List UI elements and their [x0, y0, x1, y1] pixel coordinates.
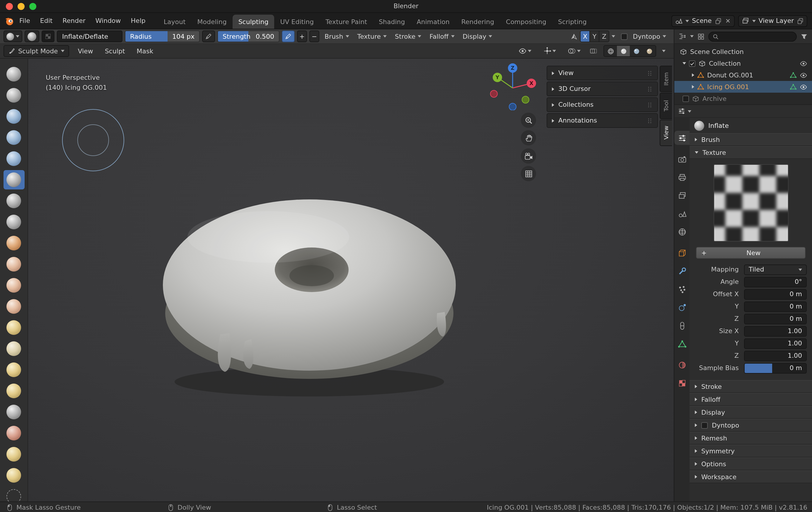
brush-fill-button[interactable] — [3, 276, 24, 295]
blender-logo[interactable] — [5, 16, 14, 26]
stroke-popover[interactable]: Stroke — [392, 32, 424, 40]
offset-y-field[interactable]: 0 m — [744, 301, 807, 312]
tab-tool[interactable] — [674, 131, 690, 145]
brush-scrape-button[interactable] — [3, 297, 24, 316]
brush-elastic-deform-button[interactable] — [3, 360, 24, 379]
shading-wireframe-button[interactable] — [604, 46, 617, 56]
eye-icon[interactable] — [800, 83, 807, 90]
brush-inflate-button[interactable] — [3, 170, 24, 189]
ortho-grid-button[interactable] — [521, 166, 536, 181]
radius-pressure-toggle[interactable] — [202, 30, 215, 42]
tab-physics[interactable] — [674, 300, 690, 314]
brush-pinch-button[interactable] — [3, 318, 24, 337]
outliner-search-input[interactable] — [721, 32, 793, 40]
menu-file[interactable]: File — [14, 15, 35, 27]
outliner-search[interactable] — [708, 31, 797, 42]
panel-header-falloff[interactable]: Falloff — [690, 393, 812, 406]
menu-mask[interactable]: Mask — [134, 46, 156, 57]
drag-grip-icon[interactable] — [647, 117, 652, 124]
copy-icon[interactable] — [715, 17, 722, 24]
tab-render[interactable] — [674, 152, 690, 166]
offset-x-field[interactable]: 0 m — [744, 289, 807, 299]
panel-header-brush[interactable]: Brush — [690, 133, 812, 146]
brush-draw-sharp-button[interactable] — [3, 86, 24, 105]
properties-editor-icon[interactable] — [678, 107, 686, 115]
chevron-down-icon[interactable] — [612, 35, 615, 37]
falloff-popover[interactable]: Falloff — [427, 32, 457, 40]
tab-particles[interactable] — [674, 282, 690, 296]
menu-edit[interactable]: Edit — [35, 15, 57, 27]
tab-scripting[interactable]: Scripting — [552, 15, 592, 29]
drag-grip-icon[interactable] — [647, 101, 652, 108]
npanel-tab-view[interactable]: View — [660, 119, 672, 146]
collapse-arrow-icon[interactable] — [683, 62, 686, 64]
overlays-popover[interactable] — [565, 47, 583, 55]
subtract-button[interactable]: − — [309, 30, 319, 42]
outliner-editor-icon[interactable] — [678, 32, 687, 41]
drag-grip-icon[interactable] — [647, 70, 652, 77]
tab-rendering[interactable]: Rendering — [456, 15, 500, 29]
drag-grip-icon[interactable] — [647, 85, 652, 92]
dyntopo-popover[interactable]: Dyntopo — [630, 32, 669, 40]
tab-modeling[interactable]: Modeling — [192, 15, 233, 29]
texture-preview[interactable] — [713, 164, 788, 242]
maximize-window-button[interactable] — [29, 3, 36, 10]
tab-compositing[interactable]: Compositing — [500, 15, 552, 29]
tab-world[interactable] — [674, 225, 690, 239]
navigation-gizmo[interactable]: Z Y X — [488, 61, 537, 110]
panel-header-display[interactable]: Display — [690, 406, 812, 419]
display-popover[interactable]: Display — [460, 32, 495, 40]
brush-rotate-button[interactable] — [3, 466, 24, 485]
menu-sculpt[interactable]: Sculpt — [102, 46, 128, 57]
brush-clay-button[interactable] — [3, 107, 24, 126]
tab-modifiers[interactable] — [674, 264, 690, 278]
expand-arrow-icon[interactable] — [692, 85, 694, 88]
viewport-3d[interactable]: User Perspective (140) Icing OG.001 Z Y … — [0, 59, 674, 502]
collection-checkbox[interactable] — [689, 60, 695, 66]
npanel-section-annotations[interactable]: Annotations — [547, 113, 658, 128]
tab-object[interactable] — [674, 246, 690, 260]
tab-layout[interactable]: Layout — [158, 15, 192, 29]
outliner-row-icing[interactable]: Icing OG.001 — [674, 81, 812, 93]
minimize-window-button[interactable] — [18, 3, 25, 10]
size-x-field[interactable]: 1.00 — [744, 326, 807, 336]
gizmo-y-neg-axis[interactable] — [522, 96, 529, 103]
chevron-down-icon[interactable] — [688, 110, 691, 112]
gizmo-z-neg-axis[interactable] — [509, 103, 516, 110]
gizmo-x-neg-axis[interactable] — [490, 90, 497, 97]
angle-field[interactable]: 0° — [744, 276, 807, 287]
pan-hand-button[interactable] — [521, 130, 536, 145]
tool-name-field[interactable]: Inflate/Deflate — [57, 30, 122, 42]
outliner-row-donut[interactable]: Donut OG.001 — [674, 69, 812, 81]
sample-bias-slider[interactable]: 0 m — [744, 363, 807, 373]
tab-uv-editing[interactable]: UV Editing — [274, 15, 320, 29]
npanel-section-collections[interactable]: Collections — [547, 97, 658, 112]
tab-animation[interactable]: Animation — [411, 15, 456, 29]
brush-grab-button[interactable] — [3, 339, 24, 358]
outliner-row-archive[interactable]: Archive — [674, 93, 812, 104]
size-z-field[interactable]: 1.00 — [744, 350, 807, 361]
brush-thumb-button[interactable] — [3, 402, 24, 422]
tab-texture[interactable] — [674, 376, 690, 390]
tab-sculpting[interactable]: Sculpting — [233, 15, 274, 29]
close-window-button[interactable] — [6, 3, 13, 10]
expand-arrow-icon[interactable] — [692, 73, 694, 77]
npanel-section-view[interactable]: View — [547, 66, 658, 80]
shading-rendered-button[interactable] — [643, 46, 656, 56]
collection-checkbox[interactable] — [683, 95, 689, 102]
filter-funnel-icon[interactable] — [800, 32, 808, 40]
dyntopo-panel-checkbox[interactable] — [701, 422, 708, 428]
menu-render[interactable]: Render — [58, 15, 90, 27]
mapping-dropdown[interactable]: Tiled — [744, 264, 807, 275]
donut-model[interactable] — [152, 188, 469, 399]
brush-preview-button[interactable] — [25, 30, 39, 42]
brush-layer-button[interactable] — [3, 149, 24, 168]
brush-nudge-button[interactable] — [3, 444, 24, 464]
texture-popover[interactable]: Texture — [354, 32, 390, 40]
menu-window[interactable]: Window — [91, 15, 126, 27]
panel-header-dyntopo[interactable]: Dyntopo — [690, 419, 812, 432]
tab-view-layer[interactable] — [674, 188, 690, 203]
eye-icon[interactable] — [800, 71, 807, 79]
npanel-tab-tool[interactable]: Tool — [660, 93, 672, 119]
menu-view[interactable]: View — [75, 46, 96, 57]
